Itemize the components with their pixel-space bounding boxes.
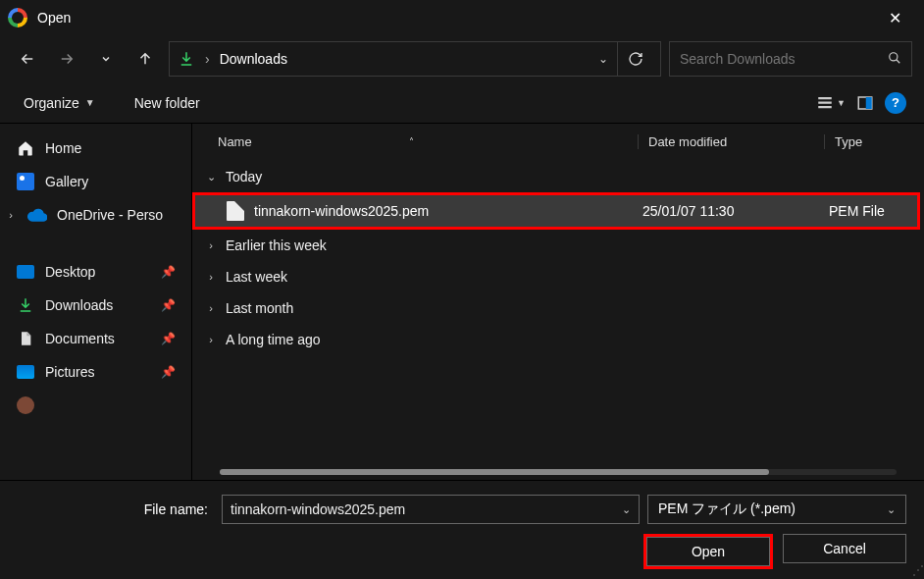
desktop-icon <box>16 262 35 282</box>
column-label: Name <box>218 134 252 149</box>
scrollbar-thumb[interactable] <box>220 469 769 475</box>
pictures-icon <box>16 362 35 382</box>
svg-rect-2 <box>818 101 832 103</box>
column-header-modified[interactable]: Date modified <box>638 134 824 149</box>
preview-pane-button[interactable] <box>849 89 881 117</box>
unknown-icon <box>16 395 35 415</box>
dropdown-icon: ▼ <box>837 98 846 108</box>
open-dialog: Open ✕ › Downloads ⌄ <box>0 0 924 579</box>
sidebar-item-pictures[interactable]: Pictures 📌 <box>0 355 191 389</box>
back-button[interactable] <box>12 43 43 75</box>
file-list-pane: Name ˄ Date modified Type ⌄ Today tinnak… <box>192 124 924 480</box>
dropdown-icon[interactable]: ⌄ <box>622 503 631 516</box>
filename-combobox[interactable]: ⌄ <box>222 495 640 524</box>
sidebar-label: Gallery <box>45 174 88 189</box>
sidebar-label: Home <box>45 140 81 156</box>
svg-point-0 <box>890 52 898 60</box>
svg-rect-1 <box>818 97 832 99</box>
filter-label: PEM ファイル (*.pem) <box>658 500 796 518</box>
downloads-folder-icon <box>178 50 195 68</box>
sidebar-item-unknown[interactable] <box>0 389 191 422</box>
column-header-name[interactable]: Name ˄ <box>218 134 638 149</box>
search-input[interactable] <box>680 51 888 67</box>
sidebar-item-home[interactable]: Home <box>0 132 191 165</box>
svg-rect-3 <box>818 106 832 108</box>
address-dropdown-icon[interactable]: ⌄ <box>598 52 608 66</box>
sidebar-label: Documents <box>45 331 115 346</box>
home-icon <box>16 138 35 158</box>
sidebar-item-downloads[interactable]: Downloads 📌 <box>0 289 191 322</box>
pin-icon: 📌 <box>161 332 176 345</box>
breadcrumb-location[interactable]: Downloads <box>220 51 589 67</box>
group-label: Earlier this week <box>226 237 327 253</box>
close-button[interactable]: ✕ <box>873 0 916 35</box>
up-button[interactable] <box>129 43 161 75</box>
cancel-button[interactable]: Cancel <box>783 534 906 563</box>
navigation-pane: Home Gallery › OneDrive - Perso Desktop … <box>0 124 192 480</box>
group-label: A long time ago <box>226 332 321 347</box>
expand-icon[interactable]: › <box>4 209 18 221</box>
sort-indicator-icon: ˄ <box>409 136 414 147</box>
downloads-icon <box>16 295 35 315</box>
open-button[interactable]: Open <box>646 537 770 566</box>
view-mode-button[interactable]: ▼ <box>815 94 846 112</box>
filename-label: File name: <box>18 501 214 517</box>
new-folder-button[interactable]: New folder <box>128 91 206 115</box>
new-folder-label: New folder <box>134 95 200 111</box>
sidebar-label: Pictures <box>45 364 95 380</box>
expand-icon[interactable]: › <box>204 271 218 283</box>
bottom-panel: File name: ⌄ PEM ファイル (*.pem) ⌄ Open Can… <box>0 480 924 579</box>
recent-locations-button[interactable] <box>90 43 122 75</box>
group-label: Last month <box>226 300 293 316</box>
pin-icon: 📌 <box>161 365 176 379</box>
sidebar-item-desktop[interactable]: Desktop 📌 <box>0 255 191 289</box>
column-headers[interactable]: Name ˄ Date modified Type <box>192 124 924 159</box>
resize-grip[interactable]: ⋰ <box>912 563 922 577</box>
group-label: Today <box>226 169 262 184</box>
collapse-icon[interactable]: ⌄ <box>204 171 218 184</box>
address-bar[interactable]: › Downloads ⌄ <box>169 41 661 77</box>
file-modified: 25/01/07 11:30 <box>642 203 829 219</box>
file-item-selected[interactable]: tinnakorn-windows2025.pem 25/01/07 11:30… <box>195 195 917 227</box>
sidebar-label: Downloads <box>45 297 113 313</box>
main-area: Home Gallery › OneDrive - Perso Desktop … <box>0 124 924 480</box>
filename-input[interactable] <box>231 501 622 517</box>
column-header-type[interactable]: Type <box>824 134 912 149</box>
refresh-button[interactable] <box>617 41 652 77</box>
file-group-lastweek[interactable]: › Last week <box>192 261 924 292</box>
dropdown-icon: ▼ <box>85 97 95 108</box>
organize-label: Organize <box>24 95 79 111</box>
sidebar-label: Desktop <box>45 264 95 280</box>
file-type-filter[interactable]: PEM ファイル (*.pem) ⌄ <box>647 495 906 524</box>
file-name: tinnakorn-windows2025.pem <box>254 203 642 219</box>
file-group-earlier[interactable]: › Earlier this week <box>192 230 924 261</box>
file-group-lastmonth[interactable]: › Last month <box>192 292 924 324</box>
dropdown-icon[interactable]: ⌄ <box>887 503 896 516</box>
group-label: Last week <box>226 269 287 285</box>
help-button[interactable]: ? <box>885 92 906 114</box>
expand-icon[interactable]: › <box>204 239 218 251</box>
expand-icon[interactable]: › <box>204 302 218 314</box>
nav-bar: › Downloads ⌄ <box>0 35 924 82</box>
expand-icon[interactable]: › <box>204 334 218 345</box>
onedrive-icon <box>27 205 47 225</box>
organize-button[interactable]: Organize ▼ <box>18 91 101 115</box>
search-icon <box>888 51 901 68</box>
search-box[interactable] <box>669 41 912 77</box>
sidebar-label: OneDrive - Perso <box>57 207 163 223</box>
documents-icon <box>16 329 35 348</box>
file-group-today[interactable]: ⌄ Today <box>192 161 924 192</box>
horizontal-scrollbar[interactable] <box>192 464 924 480</box>
gallery-icon <box>16 172 35 191</box>
pin-icon: 📌 <box>161 265 176 279</box>
sidebar-item-onedrive[interactable]: › OneDrive - Perso <box>0 198 191 232</box>
forward-button[interactable] <box>51 43 82 75</box>
sidebar-item-documents[interactable]: Documents 📌 <box>0 322 191 355</box>
chrome-icon <box>8 8 27 27</box>
command-bar: Organize ▼ New folder ▼ ? <box>0 82 924 124</box>
file-group-longago[interactable]: › A long time ago <box>192 324 924 355</box>
pin-icon: 📌 <box>161 298 176 312</box>
titlebar: Open ✕ <box>0 0 924 35</box>
sidebar-item-gallery[interactable]: Gallery <box>0 165 191 198</box>
file-list: ⌄ Today tinnakorn-windows2025.pem 25/01/… <box>192 159 924 464</box>
